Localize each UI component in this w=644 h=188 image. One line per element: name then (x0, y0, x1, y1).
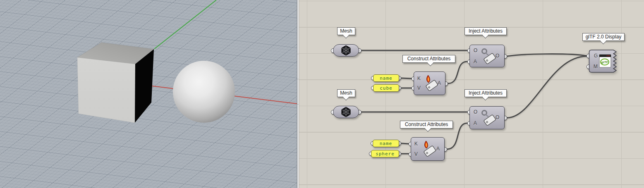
panel-value: cube (373, 84, 399, 92)
panel-name-1[interactable]: name (373, 74, 399, 82)
wire-name2-constructK[interactable] (402, 143, 409, 144)
wire-inject2-gltf[interactable] (507, 56, 587, 118)
panel-value: sphere (371, 150, 399, 157)
y-axis-line (154, 0, 216, 49)
splitter-notch (297, 104, 299, 105)
splitter-notch (297, 54, 299, 54)
label-mesh-2: Mesh (337, 89, 355, 97)
rhino-viewport[interactable] (0, 0, 297, 188)
construct-attributes-2[interactable]: K V A (411, 137, 445, 161)
wire-construct1-inject1[interactable] (448, 62, 467, 83)
label-gltf-display: glTF 2.0 Display (582, 33, 625, 41)
sphere-object[interactable] (173, 61, 235, 123)
label-inject-attributes-2: Inject Attributes (464, 89, 507, 97)
wire-inject1-gltf[interactable] (507, 54, 587, 56)
port-label-A-in: A (474, 59, 477, 64)
port-label-K: K (414, 141, 418, 147)
port-label-G: G (594, 53, 598, 59)
inject-attributes-1[interactable]: O A O (469, 45, 505, 67)
port-label-K: K (417, 76, 421, 81)
wire-name1-constructK[interactable] (402, 78, 412, 79)
port-label-M: M (594, 64, 598, 69)
port-label-V: V (414, 151, 418, 157)
gltf-display-component[interactable]: G M glTF (589, 50, 620, 73)
grasshopper-canvas[interactable]: name cube K V A (299, 0, 644, 188)
port-label-O-in: O (474, 48, 477, 53)
port-label-A: A (436, 146, 440, 152)
mesh-param-2[interactable] (333, 106, 359, 118)
panel-name-2[interactable]: name (373, 140, 399, 147)
inject-attributes-2[interactable]: O A O (469, 106, 505, 129)
panel-value: name (373, 140, 399, 147)
mesh-icon (340, 45, 352, 56)
construct-attributes-1[interactable]: K V A (414, 71, 445, 95)
inject-attributes-icon (479, 109, 497, 127)
panel-sphere[interactable]: sphere (371, 150, 399, 157)
viewport-geometry (0, 0, 297, 188)
panel-value: name (373, 74, 399, 82)
cube-object[interactable] (77, 43, 154, 123)
splitter-notch (297, 79, 299, 79)
app-window: name cube K V A (0, 0, 644, 188)
port-label-A-in: A (474, 120, 477, 126)
label-construct-attributes-2: Construct Attributes (400, 121, 453, 129)
svg-text:glTF: glTF (601, 60, 609, 64)
label-construct-attributes-1: Construct Attributes (402, 55, 455, 63)
label-inject-attributes-1: Inject Attributes (464, 27, 507, 35)
construct-attributes-icon (421, 74, 439, 92)
mesh-icon (340, 106, 352, 118)
mesh-param-1[interactable] (333, 44, 359, 57)
gltf-display-icon: glTF (599, 54, 611, 68)
inject-attributes-icon (479, 47, 497, 65)
panel-cube[interactable]: cube (373, 84, 399, 92)
port-label-O-in: O (474, 109, 477, 115)
port-label-V: V (417, 85, 421, 91)
label-mesh-1: Mesh (337, 27, 355, 35)
construct-attributes-icon (419, 140, 437, 158)
